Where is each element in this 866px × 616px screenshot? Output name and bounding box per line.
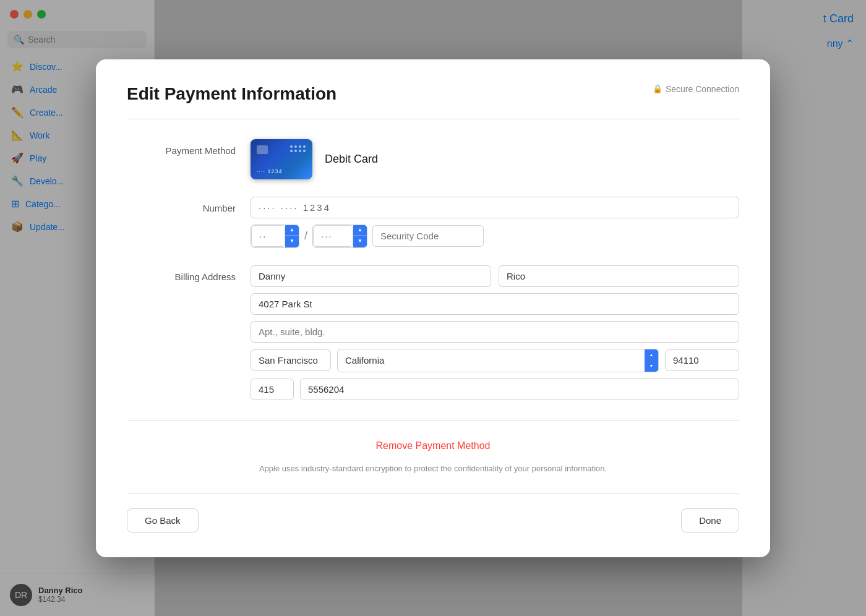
payment-method-row: ···· 1234 Debit Card xyxy=(251,139,739,179)
modal-title: Edit Payment Information xyxy=(127,84,337,104)
section-divider xyxy=(127,420,739,421)
street-input[interactable] xyxy=(251,293,739,315)
card-dot xyxy=(299,145,301,148)
state-select-container[interactable]: California ▲ ▼ xyxy=(337,349,659,372)
billing-address-content: California ▲ ▼ xyxy=(251,265,739,400)
card-dot xyxy=(290,145,293,148)
modal-header: Edit Payment Information 🔒 Secure Connec… xyxy=(127,84,739,104)
payment-method-content: ···· 1234 Debit Card xyxy=(251,139,739,179)
number-section: Number ▲ ▼ / xyxy=(127,197,739,248)
card-chip xyxy=(257,145,268,154)
phone-number-input[interactable] xyxy=(300,379,739,400)
city-input[interactable] xyxy=(251,349,331,371)
expiry-month-stepper[interactable]: ▲ ▼ xyxy=(251,225,299,248)
number-label: Number xyxy=(127,197,251,248)
slash-separator: / xyxy=(304,229,307,242)
card-dot xyxy=(294,150,297,152)
card-dot xyxy=(299,150,301,152)
card-type-label: Debit Card xyxy=(325,153,378,166)
card-dot xyxy=(290,150,293,152)
phone-row xyxy=(251,379,739,400)
go-back-button[interactable]: Go Back xyxy=(127,508,199,533)
state-value: California xyxy=(338,350,645,370)
privacy-text: Apple uses industry-standard encryption … xyxy=(127,464,739,473)
expiry-row: ▲ ▼ / ▲ ▼ xyxy=(251,225,739,248)
done-button[interactable]: Done xyxy=(681,508,739,533)
last-name-input[interactable] xyxy=(499,265,739,287)
billing-address-label: Billing Address xyxy=(127,265,251,400)
month-stepper-buttons[interactable]: ▲ ▼ xyxy=(285,225,299,247)
modal-overlay: Edit Payment Information 🔒 Secure Connec… xyxy=(0,0,866,616)
remove-payment-button[interactable]: Remove Payment Method xyxy=(376,440,491,451)
header-divider xyxy=(127,119,739,119)
security-code-input[interactable] xyxy=(372,225,484,247)
card-image: ···· 1234 xyxy=(251,139,312,179)
apt-input[interactable] xyxy=(251,321,739,343)
lock-icon: 🔒 xyxy=(653,84,662,93)
card-dot xyxy=(303,150,306,152)
area-code-input[interactable] xyxy=(251,379,294,400)
footer-divider xyxy=(127,493,739,494)
card-dots xyxy=(290,145,306,153)
first-name-input[interactable] xyxy=(251,265,491,287)
expiry-year-stepper[interactable]: ▲ ▼ xyxy=(312,225,367,248)
card-number-input[interactable] xyxy=(251,197,739,218)
remove-payment-section: Remove Payment Method xyxy=(127,440,739,451)
state-stepper[interactable]: ▲ ▼ xyxy=(645,349,658,372)
expiry-year-input[interactable] xyxy=(313,225,353,247)
year-stepper-buttons[interactable]: ▲ ▼ xyxy=(353,225,367,247)
secure-connection-label: Secure Connection xyxy=(666,84,739,94)
card-dot xyxy=(303,145,306,148)
state-down-button[interactable]: ▼ xyxy=(645,361,658,372)
year-up-button[interactable]: ▲ xyxy=(353,225,367,236)
name-row xyxy=(251,265,739,287)
modal-footer: Go Back Done xyxy=(127,508,739,533)
card-number-bottom: ···· 1234 xyxy=(257,168,283,174)
expiry-month-input[interactable] xyxy=(251,225,285,247)
city-state-zip-row: California ▲ ▼ xyxy=(251,349,739,372)
edit-payment-modal: Edit Payment Information 🔒 Secure Connec… xyxy=(96,59,770,557)
month-up-button[interactable]: ▲ xyxy=(285,225,299,236)
month-down-button[interactable]: ▼ xyxy=(285,236,299,246)
zip-input[interactable] xyxy=(665,349,739,371)
payment-method-label: Payment Method xyxy=(127,139,251,179)
payment-method-section: Payment Method xyxy=(127,139,739,179)
number-content: ▲ ▼ / ▲ ▼ xyxy=(251,197,739,248)
state-up-button[interactable]: ▲ xyxy=(645,349,658,361)
year-down-button[interactable]: ▼ xyxy=(353,236,367,246)
billing-address-section: Billing Address California xyxy=(127,265,739,400)
secure-connection: 🔒 Secure Connection xyxy=(653,84,739,94)
card-dot xyxy=(294,145,297,148)
